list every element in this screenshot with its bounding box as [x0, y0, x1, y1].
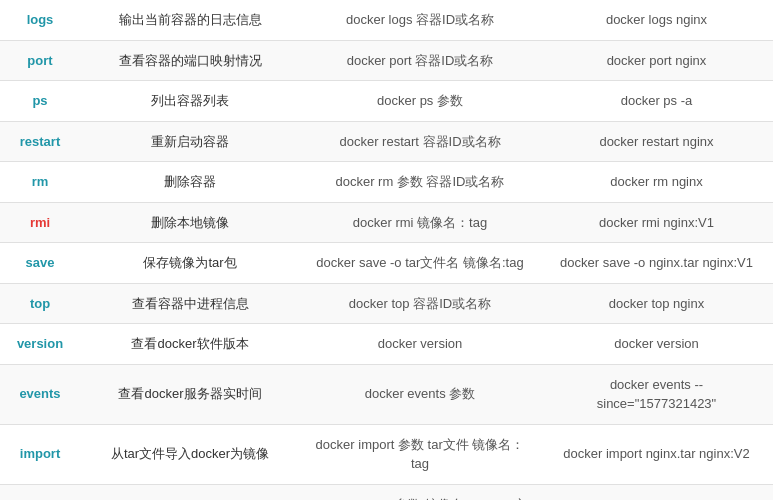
table-row: export 从docker导出镜像为tar文件 docker export 参… [0, 484, 773, 500]
command-example: docker restart nginx [540, 121, 773, 162]
command-description: 删除本地镜像 [80, 202, 300, 243]
command-description: 重新启动容器 [80, 121, 300, 162]
command-description: 从docker导出镜像为tar文件 [80, 484, 300, 500]
table-row: top 查看容器中进程信息 docker top 容器ID或名称 docker … [0, 283, 773, 324]
command-name: rm [0, 162, 80, 203]
table-row: port 查看容器的端口映射情况 docker port 容器ID或名称 doc… [0, 40, 773, 81]
command-example: docker logs nginx [540, 0, 773, 40]
command-example: docker save -o nginx.tar nginx:V1 [540, 243, 773, 284]
table-row: ps 列出容器列表 docker ps 参数 docker ps -a [0, 81, 773, 122]
command-example: docker rm nginx [540, 162, 773, 203]
command-syntax: docker export 参数 镜像名：tag tar文件 [300, 484, 540, 500]
table-row: rm 删除容器 docker rm 参数 容器ID或名称 docker rm n… [0, 162, 773, 203]
command-syntax: docker import 参数 tar文件 镜像名：tag [300, 424, 540, 484]
table-row: rmi 删除本地镜像 docker rmi 镜像名：tag docker rmi… [0, 202, 773, 243]
command-name: top [0, 283, 80, 324]
command-example: docker top nginx [540, 283, 773, 324]
command-description: 删除容器 [80, 162, 300, 203]
command-description: 列出容器列表 [80, 81, 300, 122]
table-row: logs 输出当前容器的日志信息 docker logs 容器ID或名称 doc… [0, 0, 773, 40]
command-example: docker rmi nginx:V1 [540, 202, 773, 243]
command-example: docker port nginx [540, 40, 773, 81]
command-example: docker export nginx:V2 nginx2.tar [540, 484, 773, 500]
command-name: save [0, 243, 80, 284]
table-row: version 查看docker软件版本 docker version dock… [0, 324, 773, 365]
command-name: restart [0, 121, 80, 162]
command-name: rmi [0, 202, 80, 243]
command-example: docker version [540, 324, 773, 365]
command-description: 从tar文件导入docker为镜像 [80, 424, 300, 484]
command-syntax: docker rm 参数 容器ID或名称 [300, 162, 540, 203]
table-row: events 查看docker服务器实时间 docker events 参数 d… [0, 364, 773, 424]
command-name: export [0, 484, 80, 500]
command-syntax: docker port 容器ID或名称 [300, 40, 540, 81]
command-description: 输出当前容器的日志信息 [80, 0, 300, 40]
command-syntax: docker logs 容器ID或名称 [300, 0, 540, 40]
command-syntax: docker version [300, 324, 540, 365]
command-example: docker events --since="1577321423" [540, 364, 773, 424]
command-name: logs [0, 0, 80, 40]
command-name: version [0, 324, 80, 365]
table-row: import 从tar文件导入docker为镜像 docker import 参… [0, 424, 773, 484]
command-description: 查看docker服务器实时间 [80, 364, 300, 424]
command-name: port [0, 40, 80, 81]
command-syntax: docker top 容器ID或名称 [300, 283, 540, 324]
command-description: 保存镜像为tar包 [80, 243, 300, 284]
command-syntax: docker events 参数 [300, 364, 540, 424]
table-row: save 保存镜像为tar包 docker save -o tar文件名 镜像名… [0, 243, 773, 284]
table-row: restart 重新启动容器 docker restart 容器ID或名称 do… [0, 121, 773, 162]
command-syntax: docker save -o tar文件名 镜像名:tag [300, 243, 540, 284]
command-syntax: docker restart 容器ID或名称 [300, 121, 540, 162]
command-syntax: docker ps 参数 [300, 81, 540, 122]
command-example: docker import nginx.tar nginx:V2 [540, 424, 773, 484]
command-description: 查看docker软件版本 [80, 324, 300, 365]
docker-commands-table: logs 输出当前容器的日志信息 docker logs 容器ID或名称 doc… [0, 0, 773, 500]
command-description: 查看容器中进程信息 [80, 283, 300, 324]
command-name: events [0, 364, 80, 424]
command-syntax: docker rmi 镜像名：tag [300, 202, 540, 243]
command-name: import [0, 424, 80, 484]
command-name: ps [0, 81, 80, 122]
command-example: docker ps -a [540, 81, 773, 122]
command-description: 查看容器的端口映射情况 [80, 40, 300, 81]
